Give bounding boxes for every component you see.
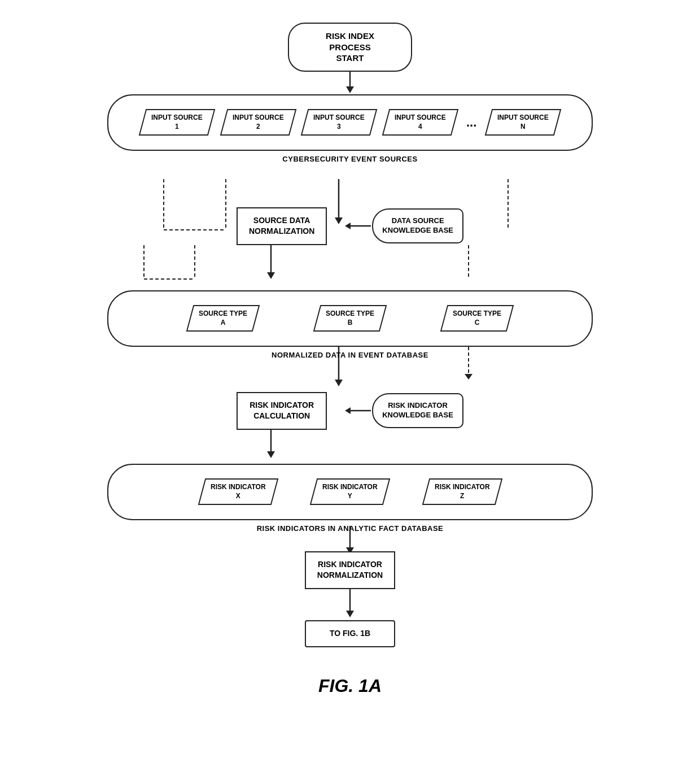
svg-marker-21 bbox=[345, 407, 351, 414]
input-sources-label: CYBERSECURITY EVENT SOURCES bbox=[282, 155, 417, 163]
input-source-3: INPUT SOURCE 3 bbox=[301, 109, 377, 136]
risk-indicators-section: RISK INDICATOR X RISK INDICATOR Y RISK I… bbox=[107, 464, 593, 520]
input-sources-row: INPUT SOURCE 1 INPUT SOURCE 2 INPUT SOUR… bbox=[125, 109, 575, 136]
kb-to-norm-arrow: DATA SOURCE KNOWLEDGE BASE bbox=[344, 208, 463, 243]
input-sources-section: INPUT SOURCE 1 INPUT SOURCE 2 INPUT SOUR… bbox=[107, 94, 593, 151]
arrows-to-ri-cylinder bbox=[96, 430, 604, 464]
arrow-start-to-sources bbox=[344, 72, 356, 94]
svg-marker-1 bbox=[346, 86, 354, 93]
source-types-label: NORMALIZED DATA IN EVENT DATABASE bbox=[272, 351, 428, 359]
ellipsis: ... bbox=[466, 115, 476, 130]
svg-marker-17 bbox=[335, 380, 343, 386]
normalization-row: SOURCE DATA NORMALIZATION DATA SOURCE KN… bbox=[237, 207, 463, 245]
to-fig-1b: TO FIG. 1B bbox=[305, 620, 395, 647]
input-source-4: INPUT SOURCE 4 bbox=[382, 109, 458, 136]
diagram-container: RISK INDEX PROCESS START INPUT SOURCE 1 … bbox=[0, 0, 700, 784]
data-source-knowledge-base: DATA SOURCE KNOWLEDGE BASE bbox=[372, 208, 463, 243]
arrow-ri-kb-to-calc bbox=[344, 405, 372, 416]
input-source-1: INPUT SOURCE 1 bbox=[139, 109, 215, 136]
svg-marker-9 bbox=[345, 223, 351, 229]
start-node: RISK INDEX PROCESS START bbox=[288, 23, 412, 72]
ri-kb-to-calc-arrow: RISK INDICATOR KNOWLEDGE BASE bbox=[344, 393, 463, 428]
figure-label: FIG. 1A bbox=[318, 676, 382, 696]
risk-indicators-cylinder: RISK INDICATOR X RISK INDICATOR Y RISK I… bbox=[107, 464, 593, 520]
svg-marker-27 bbox=[346, 611, 354, 617]
ri-calc-row: RISK INDICATOR CALCULATION RISK INDICATO… bbox=[237, 392, 463, 430]
arrows-to-source-types bbox=[96, 245, 604, 290]
risk-indicators-label: RISK INDICATORS IN ANALYTIC FACT DATABAS… bbox=[257, 524, 444, 533]
risk-indicators-row: RISK INDICATOR X RISK INDICATOR Y RISK I… bbox=[125, 478, 575, 505]
risk-indicator-x: RISK INDICATOR X bbox=[198, 478, 278, 505]
risk-indicator-z: RISK INDICATOR Z bbox=[422, 478, 502, 505]
svg-marker-19 bbox=[465, 374, 473, 380]
input-source-n: INPUT SOURCE N bbox=[485, 109, 561, 136]
risk-indicator-calculation: RISK INDICATOR CALCULATION bbox=[237, 392, 327, 430]
source-types-cylinder: SOURCE TYPE A SOURCE TYPE B SOURCE TYPE … bbox=[107, 290, 593, 347]
source-types-row: SOURCE TYPE A SOURCE TYPE B SOURCE TYPE … bbox=[125, 305, 575, 332]
risk-indicator-normalization: RISK INDICATOR NORMALIZATION bbox=[305, 551, 395, 589]
svg-marker-11 bbox=[267, 272, 275, 279]
risk-indicator-y: RISK INDICATOR Y bbox=[310, 478, 390, 505]
arrow-kb-to-norm bbox=[344, 220, 372, 232]
source-data-normalization: SOURCE DATA NORMALIZATION bbox=[237, 207, 327, 245]
arrow-to-fig1b bbox=[344, 589, 356, 620]
input-sources-cylinder: INPUT SOURCE 1 INPUT SOURCE 2 INPUT SOUR… bbox=[107, 94, 593, 151]
source-type-b: SOURCE TYPE B bbox=[313, 305, 387, 332]
risk-indicator-knowledge-base: RISK INDICATOR KNOWLEDGE BASE bbox=[372, 393, 463, 428]
svg-marker-23 bbox=[267, 451, 275, 458]
source-type-c: SOURCE TYPE C bbox=[440, 305, 514, 332]
source-type-a: SOURCE TYPE A bbox=[186, 305, 260, 332]
source-types-section: SOURCE TYPE A SOURCE TYPE B SOURCE TYPE … bbox=[107, 290, 593, 347]
input-source-2: INPUT SOURCE 2 bbox=[220, 109, 296, 136]
